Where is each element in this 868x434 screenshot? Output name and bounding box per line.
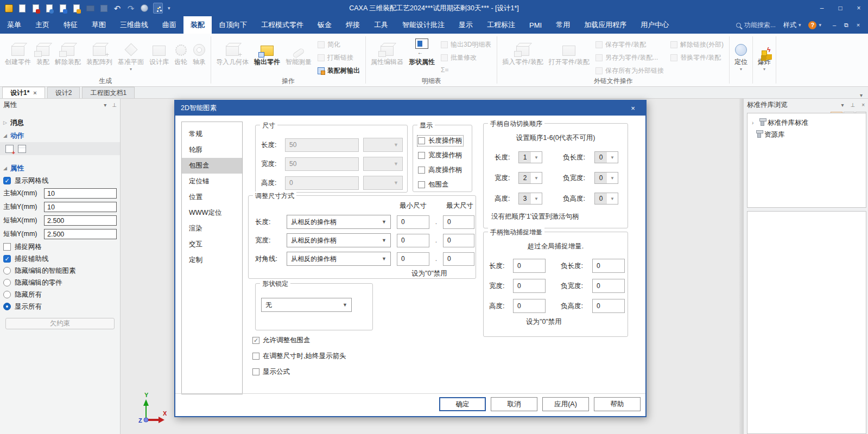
width-unit-combo[interactable]: ▼ (363, 157, 403, 171)
nav-item-outline[interactable]: 轮廓 (182, 142, 242, 158)
bearing-button[interactable]: 轴承 (190, 35, 208, 67)
save-part-assembly-button[interactable]: 保存零件/装配 (595, 40, 664, 49)
ok-button[interactable]: 确定 (439, 397, 486, 411)
apply-button[interactable]: 应用(A) (542, 397, 589, 411)
close-icon[interactable]: × (861, 102, 865, 108)
position-button[interactable]: 定位▾ (732, 35, 750, 71)
doc-restore-button[interactable]: ⧉ (841, 20, 852, 30)
tab-feature[interactable]: 特征 (56, 16, 85, 34)
minimize-button[interactable]: – (813, 0, 831, 16)
resize-length-combo[interactable]: 从相反的操作柄▼ (287, 215, 391, 229)
width-input[interactable]: 50 (285, 157, 359, 171)
nav-item-custom[interactable]: 定制 (182, 252, 242, 268)
always-show-arrows-checkbox[interactable]: 在调整尺寸时,始终显示箭头 (252, 352, 346, 361)
design-library-button[interactable]: 设计库 (147, 35, 172, 67)
close-document-icon[interactable] (31, 3, 41, 13)
datum-plane-button[interactable]: 基准平面▾ (115, 35, 147, 71)
tab-topdown[interactable]: 自顶向下 (212, 16, 254, 34)
max-diagonal-input[interactable]: 0 (443, 252, 474, 266)
length-input[interactable]: 50 (285, 138, 359, 152)
tab-user-center[interactable]: 用户中心 (633, 16, 676, 34)
panel-splitter[interactable] (739, 99, 744, 434)
section-messages[interactable]: ▷消息 (0, 116, 120, 129)
minor-axis-y-input[interactable]: 2.500 (44, 229, 117, 239)
nav-item-www-position[interactable]: WWW定位 (182, 205, 242, 221)
order-height-spinner[interactable]: 3▼ (518, 193, 542, 205)
export-3d-bom-button[interactable]: 输出3D明细表 (441, 40, 491, 49)
height-handle-checkbox[interactable]: 高度操作柄 (418, 165, 472, 175)
allow-resize-bbox-checkbox[interactable]: 允许调整包围盒 (252, 336, 311, 345)
shape-property-button[interactable]: 形状属性 (406, 35, 438, 67)
property-editor-button[interactable]: 属性编辑器 (368, 35, 406, 67)
tab-engineering-dim[interactable]: 工程标注 (480, 16, 522, 34)
save-all-external-link-button[interactable]: 保存所有为外部链接 (595, 66, 664, 75)
tab-welding[interactable]: 焊接 (339, 16, 367, 34)
doc-tab-design2[interactable]: 设计2 (47, 87, 80, 98)
dialog-title-bar[interactable]: 2D智能图素 × (175, 101, 645, 116)
bounding-box-checkbox[interactable]: 包围盒 (418, 180, 472, 189)
snap-neg-length-input[interactable]: 0 (592, 259, 625, 273)
assemble-button[interactable]: 装配 (34, 35, 52, 67)
render-sphere-icon[interactable] (140, 3, 149, 13)
close-button[interactable]: × (850, 0, 868, 16)
tab-3dcurve[interactable]: 三维曲线 (113, 16, 155, 34)
function-search[interactable]: 功能搜索... (736, 21, 776, 30)
width-handle-checkbox[interactable]: 宽度操作柄 (418, 151, 472, 160)
preview-document-icon[interactable] (45, 3, 54, 13)
tree-item-resource-library[interactable]: 资源库 (747, 129, 866, 141)
nav-item-bounding-box[interactable]: 包围盒 (182, 158, 242, 174)
unlink-external-button[interactable]: 解除链接(外部) (670, 40, 724, 49)
nav-item-render[interactable]: 渲染 (182, 221, 242, 237)
order-width-spinner[interactable]: 2▼ (518, 172, 542, 184)
major-axis-x-input[interactable]: 10 (44, 188, 117, 199)
import-geometry-button[interactable]: 导入几何体 (213, 35, 251, 67)
max-length-input[interactable]: 0 (443, 215, 474, 229)
section-properties[interactable]: ◢属性 (0, 162, 120, 175)
height-unit-combo[interactable]: ▼ (363, 176, 403, 190)
smart-render-icon[interactable] (153, 3, 163, 13)
tab-engineering-part[interactable]: 工程模式零件 (254, 16, 311, 34)
break-link-button[interactable]: 打断链接 (318, 53, 360, 62)
chevron-down-icon[interactable]: ▾ (841, 102, 844, 108)
chevron-down-icon[interactable]: ▾ (860, 92, 868, 98)
snap-length-input[interactable]: 0 (513, 259, 546, 273)
tab-pmi[interactable]: PMI (522, 16, 549, 34)
pin-icon[interactable]: ⊥ (850, 102, 855, 108)
replace-part-assembly-button[interactable]: 替换零件/装配 (670, 53, 724, 62)
section-actions[interactable]: ◢动作 (0, 129, 120, 142)
help-dropdown[interactable]: ?▾ (808, 21, 821, 29)
min-diagonal-input[interactable]: 0 (397, 252, 429, 266)
tab-surface[interactable]: 曲面 (155, 16, 183, 34)
snap-width-input[interactable]: 0 (513, 279, 546, 293)
order-neg-height-spinner[interactable]: 0▼ (594, 193, 618, 205)
tab-sheetmetal[interactable]: 钣金 (311, 16, 339, 34)
open-part-assembly-button[interactable]: 打开零件/装配 (546, 35, 592, 67)
radio-hide-edited-parts[interactable]: 隐藏编辑的零件 (0, 277, 120, 289)
tab-home[interactable]: 主页 (28, 16, 56, 34)
shape-lock-combo[interactable]: 无▼ (261, 298, 352, 312)
doc-tab-design1[interactable]: 设计1*× (2, 87, 45, 98)
new-document-icon[interactable] (17, 3, 27, 13)
tab-sketch[interactable]: 草图 (85, 16, 113, 34)
minor-axis-x-input[interactable]: 2.500 (44, 215, 117, 226)
check-document-icon[interactable] (58, 3, 68, 13)
snap-height-input[interactable]: 0 (513, 299, 546, 313)
nav-item-general[interactable]: 常规 (182, 126, 242, 142)
insert-part-assembly-button[interactable]: 插入零件/装配 (499, 35, 546, 67)
tree-item-standard-library[interactable]: › 标准件库标准 (747, 117, 866, 129)
tab-smart-annotation[interactable]: 智能设计批注 (395, 16, 452, 34)
open-file-icon[interactable] (85, 3, 95, 13)
tab-menu[interactable]: 菜单 (0, 16, 28, 34)
order-neg-width-spinner[interactable]: 0▼ (594, 172, 618, 184)
snap-guides-checkbox[interactable]: 捕捉辅助线 (0, 253, 120, 265)
min-width-input[interactable]: 0 (397, 234, 429, 247)
export-part-button[interactable]: 输出零件 (251, 35, 283, 67)
close-icon[interactable]: × (626, 104, 640, 112)
tab-assembly[interactable]: 装配 (183, 16, 212, 34)
resize-width-combo[interactable]: 从相反的操作柄▼ (287, 233, 391, 247)
nav-item-anchor[interactable]: 定位锚 (182, 174, 242, 189)
assembly-pattern-button[interactable]: 装配阵列 (84, 35, 115, 67)
radio-hide-edited-elements[interactable]: 隐藏编辑的智能图素 (0, 265, 120, 277)
simplify-button[interactable]: 简化 (318, 40, 360, 49)
smart-measure-button[interactable]: 智能测量 (283, 35, 314, 67)
